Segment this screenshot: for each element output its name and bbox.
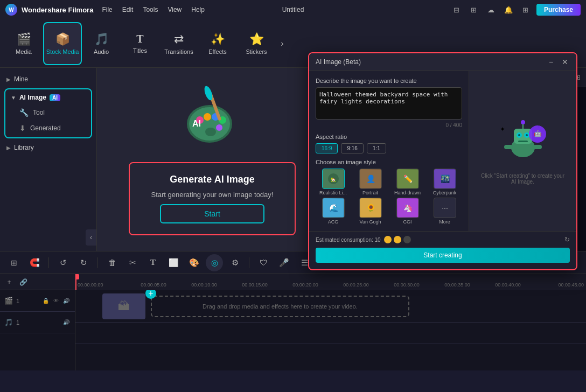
cloud-icon[interactable]: ☁ bbox=[485, 3, 498, 16]
restore-icon[interactable]: ⊞ bbox=[468, 3, 480, 16]
toolbar-audio[interactable]: 🎵 Audio bbox=[82, 22, 121, 65]
text-button[interactable]: T bbox=[144, 254, 162, 271]
audio-track-1 bbox=[75, 323, 586, 344]
sidebar-collapse-button[interactable]: ‹ bbox=[86, 229, 96, 246]
toolbar-media[interactable]: 🎬 Media bbox=[4, 22, 43, 65]
sidebar-ai-image-label: AI Image bbox=[19, 94, 46, 101]
robot-svg: ✦ ✦ 🤖 bbox=[499, 118, 547, 166]
generate-subtitle: Start generating your own image today! bbox=[151, 191, 274, 199]
style-realistic[interactable]: 🏡 Realistic Li... bbox=[316, 169, 351, 195]
toolbar-transitions[interactable]: ⇄ Transitions bbox=[159, 22, 198, 65]
svg-rect-37 bbox=[504, 145, 513, 149]
sidebar-ai-image-section: ▼ AI Image AI 🔧 Tool ⬇ Generated bbox=[4, 88, 92, 138]
toolbar-stickers[interactable]: ⭐ Stickers bbox=[237, 22, 276, 65]
timeline-track-labels: 🎬 1 🔒 👁 🔊 🎵 1 🔊 bbox=[0, 290, 75, 370]
purchase-button[interactable]: Purchase bbox=[536, 4, 581, 16]
cut-button[interactable]: ✂ bbox=[124, 254, 141, 271]
svg-point-6 bbox=[216, 124, 222, 131]
sidebar-tool-item[interactable]: 🔧 Tool bbox=[9, 105, 88, 120]
sidebar-mine-header[interactable]: ▶ Mine bbox=[0, 72, 96, 86]
shield-button[interactable]: 🛡 bbox=[255, 254, 272, 271]
timeline-add-button[interactable]: + bbox=[3, 276, 15, 288]
ai-image-dialog: AI Image (Beta) − ✕ Describe the image y… bbox=[308, 52, 577, 270]
ruler-tick-9: 00:00:40:00 bbox=[483, 281, 533, 288]
mic-button[interactable]: 🎤 bbox=[275, 254, 292, 271]
style-handdrawn-label: Hand-drawn bbox=[394, 190, 421, 195]
char-count: 0 / 400 bbox=[316, 122, 462, 128]
timeline-link-button[interactable]: 🔗 bbox=[17, 276, 29, 288]
toolbar-stock-media[interactable]: 📦 Stock Media bbox=[43, 22, 82, 65]
svg-text:👤: 👤 bbox=[366, 174, 375, 184]
ruler-tick-1: 00:00:00:00 bbox=[78, 281, 128, 288]
style-cyberpunk[interactable]: 🌃 Cyberpunk bbox=[427, 169, 462, 195]
toolbar-titles[interactable]: T Titles bbox=[121, 22, 159, 65]
timeline: + 🔗 00:00:00:00 00:00:05:00 00:00:10:00 … bbox=[0, 274, 586, 370]
svg-text:🤖: 🤖 bbox=[533, 129, 541, 137]
refresh-icon[interactable]: ↻ bbox=[564, 236, 570, 243]
style-vangogh[interactable]: 🌻 Van Gogh bbox=[353, 198, 388, 225]
aspect-1-1-button[interactable]: 1:1 bbox=[367, 143, 386, 153]
ai-dialog-minimize-button[interactable]: − bbox=[546, 58, 556, 66]
ai-dialog-title: AI Image (Beta) bbox=[316, 58, 361, 66]
style-cgi[interactable]: 🦄 CGI bbox=[390, 198, 425, 225]
content-area: AI Generate AI Image Start generating yo… bbox=[97, 68, 327, 251]
aspect-16-9-button[interactable]: 16:9 bbox=[316, 143, 338, 153]
ai-dialog-close-button[interactable]: ✕ bbox=[560, 58, 570, 66]
style-handdrawn[interactable]: ✏️ Hand-drawn bbox=[390, 169, 425, 195]
menu-file[interactable]: File bbox=[97, 5, 116, 15]
style-cgi-thumb: 🦄 bbox=[396, 198, 419, 218]
sidebar: ▶ Mine ▼ AI Image AI 🔧 Tool ⬇ Generated bbox=[0, 68, 97, 251]
ruler-tick-6: 00:00:25:00 bbox=[331, 281, 381, 288]
toolbar-more-button[interactable]: › bbox=[276, 22, 289, 65]
notification-icon[interactable]: 🔔 bbox=[502, 3, 515, 16]
ai-image-arrow-icon: ▼ bbox=[11, 95, 16, 101]
svg-text:🦄: 🦄 bbox=[403, 204, 413, 213]
toolbar-stock-media-label: Stock Media bbox=[46, 48, 79, 55]
start-button[interactable]: Start bbox=[160, 204, 264, 223]
prompt-input[interactable]: Halloween themed backyard space with fai… bbox=[316, 87, 462, 120]
menu-help[interactable]: Help bbox=[187, 5, 209, 15]
media-clip[interactable]: 🏔 + bbox=[102, 293, 145, 319]
track-volume-button[interactable]: 🔊 bbox=[62, 297, 71, 305]
document-title: Untitled bbox=[282, 6, 304, 13]
sidebar-generated-item[interactable]: ⬇ Generated bbox=[9, 121, 88, 136]
menu-edit[interactable]: Edit bbox=[118, 5, 138, 15]
style-more[interactable]: ··· More bbox=[427, 198, 462, 225]
add-track-button[interactable]: ⊞ bbox=[5, 254, 23, 271]
svg-text:···: ··· bbox=[442, 204, 448, 212]
style-acg[interactable]: 🌊 ACG bbox=[316, 198, 351, 225]
app-logo: W bbox=[5, 4, 17, 16]
consumption-row: Estimated consumption: 10 ↻ bbox=[309, 231, 576, 248]
track-eye-button[interactable]: 👁 bbox=[52, 297, 60, 305]
menu-view[interactable]: View bbox=[163, 5, 186, 15]
undo-button[interactable]: ↺ bbox=[54, 254, 72, 271]
audio-track-1-label: 🎵 1 🔊 bbox=[0, 312, 75, 333]
settings-button[interactable]: ⚙ bbox=[226, 254, 243, 271]
audio-enhance-button[interactable]: ◎ bbox=[206, 254, 223, 271]
style-realistic-thumb: 🏡 bbox=[322, 169, 345, 189]
generate-title: Generate AI Image bbox=[170, 174, 254, 185]
audio-icon: 🎵 bbox=[94, 32, 109, 46]
consumption-coins bbox=[384, 236, 411, 243]
apps-icon[interactable]: ⊞ bbox=[519, 3, 532, 16]
menu-tools[interactable]: Tools bbox=[138, 5, 162, 15]
ruler-tick-2: 00:00:05:00 bbox=[128, 281, 179, 288]
minimize-icon[interactable]: ⊟ bbox=[450, 3, 463, 16]
menu-bar: File Edit Tools View Help bbox=[97, 5, 209, 15]
delete-button[interactable]: 🗑 bbox=[103, 254, 121, 271]
style-portrait[interactable]: 👤 Portrait bbox=[353, 169, 388, 195]
toolbar-effects-label: Effects bbox=[208, 48, 226, 55]
svg-text:✦: ✦ bbox=[500, 125, 505, 133]
color-button[interactable]: 🎨 bbox=[185, 254, 203, 271]
magnet-button[interactable]: 🧲 bbox=[26, 254, 43, 271]
sidebar-ai-image-header[interactable]: ▼ AI Image AI bbox=[5, 90, 91, 104]
redo-button[interactable]: ↻ bbox=[75, 254, 92, 271]
audio-track-volume-button[interactable]: 🔊 bbox=[62, 318, 71, 327]
aspect-ratio-row: 16:9 9:16 1:1 bbox=[316, 143, 462, 153]
toolbar-effects[interactable]: ✨ Effects bbox=[198, 22, 237, 65]
sidebar-library-header[interactable]: ▶ Library bbox=[0, 141, 96, 155]
track-lock-button[interactable]: 🔒 bbox=[41, 297, 50, 305]
crop-button[interactable]: ⬜ bbox=[165, 254, 182, 271]
aspect-9-16-button[interactable]: 9:16 bbox=[341, 143, 363, 153]
start-creating-button[interactable]: Start creating bbox=[316, 248, 570, 263]
